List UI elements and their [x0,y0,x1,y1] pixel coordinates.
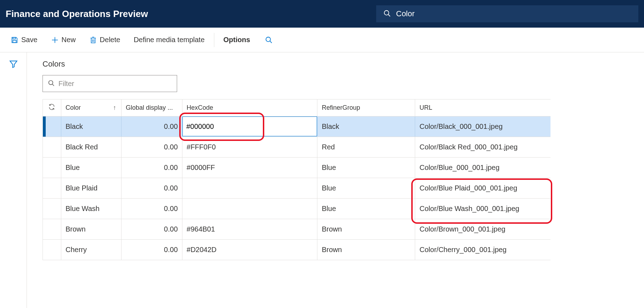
hexcode-input[interactable] [186,122,313,131]
sort-asc-icon: ↑ [113,104,116,112]
cell-refinergroup[interactable]: Brown [317,219,415,239]
cell-hexcode[interactable] [182,178,318,198]
cell-global-display[interactable]: 0.00 [122,240,182,260]
svg-rect-2 [13,37,15,39]
cell-global-display[interactable]: 0.00 [122,219,182,239]
row-selection-marker [43,116,46,137]
cell-refinergroup[interactable]: Red [317,137,415,157]
cell-global-display[interactable]: 0.00 [122,158,182,178]
cell-url[interactable]: Color/Cherry_000_001.jpeg [415,240,550,260]
cell-refinergroup[interactable]: Blue [317,178,415,198]
toolbar-separator [214,33,214,47]
global-search-input[interactable] [396,9,631,18]
cell-url[interactable]: Color/Black_000_001.jpeg [415,116,550,137]
side-rail [0,52,27,308]
search-icon [48,80,55,88]
table-row[interactable]: Black0.00BlackColor/Black_000_001.jpeg [43,116,550,137]
svg-point-8 [266,37,271,41]
column-header-label: RefinerGroup [322,104,360,112]
cell-url[interactable]: Color/Brown_000_001.jpeg [415,219,550,239]
content-body: Colors [0,52,644,308]
column-header-color[interactable]: Color ↑ [61,99,122,116]
column-header-label: URL [419,104,432,112]
column-header-refinergroup[interactable]: RefinerGroup [317,99,415,116]
grid-body: Black0.00BlackColor/Black_000_001.jpegBl… [43,116,550,260]
grid-header-row: Color ↑ Global display ... HexCode Refin… [43,99,550,116]
delete-label: Delete [100,36,120,44]
cell-url[interactable]: Color/Blue Wash_000_001.jpeg [415,199,550,219]
row-selector-cell[interactable] [43,137,61,157]
save-icon [11,36,18,44]
cell-refinergroup[interactable]: Brown [317,240,415,260]
cell-color[interactable]: Blue Wash [61,199,122,219]
cell-url[interactable]: Color/Blue_000_001.jpeg [415,158,550,178]
funnel-filter-icon[interactable] [9,59,18,70]
grid-refresh-cell[interactable] [43,99,61,116]
cell-global-display[interactable]: 0.00 [122,178,182,198]
grid-filter[interactable] [43,75,177,92]
app-header: Finance and Operations Preview [0,0,644,28]
toolbar-search-button[interactable] [257,33,281,47]
cell-url[interactable]: Color/Blue Plaid_000_001.jpeg [415,178,550,198]
row-selector-cell[interactable] [43,178,61,198]
column-header-label: Global display ... [126,104,173,112]
trash-icon [89,36,97,44]
table-row[interactable]: Brown0.00#964B01BrownColor/Brown_000_001… [43,219,550,240]
delete-button[interactable]: Delete [83,33,127,47]
svg-point-10 [49,80,53,85]
cell-color[interactable]: Brown [61,219,122,239]
cell-url[interactable]: Color/Black Red_000_001.jpeg [415,137,550,157]
main-content: Colors [27,52,644,308]
save-button[interactable]: Save [4,33,44,47]
cell-global-display[interactable]: 0.00 [122,137,182,157]
options-label: Options [224,36,250,44]
table-row[interactable]: Blue Plaid0.00BlueColor/Blue Plaid_000_0… [43,178,550,199]
cell-color[interactable]: Black Red [61,137,122,157]
save-label: Save [21,36,38,44]
plus-icon [51,36,59,44]
table-row[interactable]: Blue Wash0.00BlueColor/Blue Wash_000_001… [43,199,550,219]
row-selector-cell[interactable] [43,240,61,260]
new-label: New [62,36,76,44]
cell-editor[interactable] [182,116,317,136]
cell-global-display[interactable]: 0.00 [122,116,182,137]
table-row[interactable]: Blue0.00#0000FFBlueColor/Blue_000_001.jp… [43,158,550,178]
action-toolbar: Save New Delete Define media template Op… [0,28,644,52]
cell-hexcode[interactable] [182,199,318,219]
cell-color[interactable]: Blue Plaid [61,178,122,198]
column-header-label: Color [66,104,81,112]
grid-filter-input[interactable] [58,80,172,88]
cell-refinergroup[interactable]: Blue [317,158,415,178]
svg-rect-3 [13,40,16,42]
search-icon [265,36,273,44]
refresh-icon [48,103,55,112]
app-title: Finance and Operations Preview [6,8,148,19]
cell-color[interactable]: Black [61,116,122,137]
cell-refinergroup[interactable]: Black [317,116,415,137]
column-header-hexcode[interactable]: HexCode [182,99,318,116]
table-row[interactable]: Cherry0.00#D2042DBrownColor/Cherry_000_0… [43,240,550,260]
cell-color[interactable]: Blue [61,158,122,178]
section-title: Colors [43,59,644,69]
global-search[interactable] [376,5,638,22]
cell-hexcode[interactable]: #FFF0F0 [182,137,318,157]
column-header-global[interactable]: Global display ... [122,99,182,116]
svg-line-11 [52,84,54,86]
table-row[interactable]: Black Red0.00#FFF0F0RedColor/Black Red_0… [43,137,550,158]
new-button[interactable]: New [45,33,82,47]
search-icon [383,10,391,18]
cell-color[interactable]: Cherry [61,240,122,260]
cell-hexcode[interactable]: #964B01 [182,219,318,239]
column-header-url[interactable]: URL [415,99,550,116]
cell-hexcode[interactable]: #D2042D [182,240,318,260]
cell-refinergroup[interactable]: Blue [317,199,415,219]
row-selector-cell[interactable] [43,219,61,239]
define-media-template-button[interactable]: Define media template [127,33,211,47]
cell-global-display[interactable]: 0.00 [122,199,182,219]
row-selector-cell[interactable] [43,199,61,219]
options-button[interactable]: Options [217,33,257,47]
row-selector-cell[interactable] [43,158,61,178]
cell-hexcode[interactable]: #0000FF [182,158,318,178]
data-grid: Color ↑ Global display ... HexCode Refin… [43,99,550,260]
define-media-label: Define media template [134,36,204,44]
